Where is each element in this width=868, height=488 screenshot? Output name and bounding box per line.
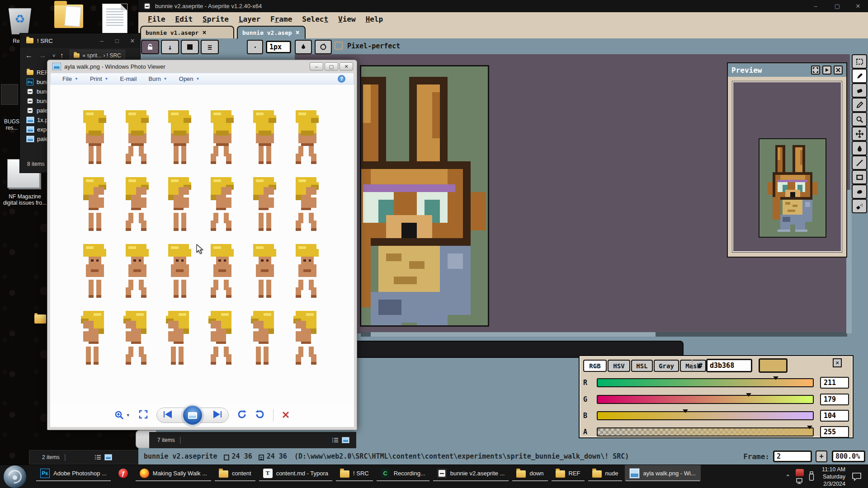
- menu-lines-button[interactable]: ≡: [201, 40, 219, 54]
- menu-frame[interactable]: Frame: [266, 14, 296, 25]
- ink-bottle-button[interactable]: [295, 40, 312, 54]
- horizontal-scrollbar-thumb[interactable]: [371, 332, 656, 337]
- slider-marker[interactable]: [683, 409, 688, 413]
- color-tab-rgb[interactable]: RGB: [583, 360, 607, 372]
- tray-clock[interactable]: 11:10 AM Saturday 2/3/2024: [822, 466, 845, 488]
- recycle-bin-icon[interactable]: [6, 3, 33, 34]
- pv-menu-e-mail[interactable]: E-mail: [120, 75, 137, 82]
- slider-value[interactable]: 255: [820, 426, 849, 438]
- photo-viewer-titlebar[interactable]: ayla walk.png - Windows Photo Viewer – ▢…: [47, 60, 357, 73]
- desktop-folder-icon[interactable]: [54, 5, 83, 28]
- ink-square-button[interactable]: [181, 40, 199, 54]
- folder-sliver-icon[interactable]: [34, 314, 46, 325]
- history-dropdown-icon[interactable]: ˅: [52, 53, 55, 58]
- help-icon[interactable]: ?: [338, 75, 345, 83]
- color-tab-hsl[interactable]: HSL: [631, 360, 653, 372]
- add-frame-button[interactable]: +: [816, 450, 827, 462]
- taskbar-item--src[interactable]: ! SRC: [335, 465, 374, 481]
- pv-menu-burn[interactable]: Burn▼: [148, 75, 167, 82]
- maximize-button[interactable]: ▢: [826, 3, 848, 9]
- line-tool[interactable]: [852, 155, 867, 170]
- taskbar-item-adobe-photoshop-[interactable]: PsAdobe Photoshop ...: [35, 465, 112, 481]
- slider-marker[interactable]: [746, 393, 751, 397]
- center-icon[interactable]: [811, 66, 820, 75]
- tray-app-icon[interactable]: [796, 469, 804, 476]
- taskbar-item-nude[interactable]: nude: [587, 465, 623, 481]
- taskbar-item-content-md-typora[interactable]: Tcontent.md - Typora: [258, 465, 333, 481]
- menu-select[interactable]: Select: [298, 14, 332, 25]
- rotate-ccw-icon[interactable]: [237, 409, 247, 421]
- tab-close-icon[interactable]: ×: [202, 28, 206, 37]
- back-icon[interactable]: ←: [25, 52, 33, 60]
- preview-viewport[interactable]: [732, 81, 842, 252]
- zoom-icon[interactable]: ▼: [114, 410, 130, 420]
- marquee-tool[interactable]: [852, 54, 867, 69]
- slider-value[interactable]: 211: [820, 377, 849, 389]
- horizontal-scrollbar[interactable]: [361, 332, 847, 337]
- taskbar-item-down[interactable]: down: [511, 465, 548, 481]
- start-button[interactable]: [4, 465, 26, 488]
- menu-sprite[interactable]: Sprite: [198, 14, 233, 25]
- pencil-tool[interactable]: [852, 69, 867, 83]
- taskbar-item-recording-[interactable]: CRecording...: [376, 465, 430, 481]
- prev-icon[interactable]: [162, 410, 173, 420]
- details-view-icon[interactable]: [95, 455, 101, 460]
- thumbnail-view-icon[interactable]: [105, 455, 112, 460]
- symmetry-button[interactable]: [315, 40, 332, 54]
- move-tool[interactable]: [852, 127, 867, 141]
- pv-menu-open[interactable]: Open▼: [179, 75, 200, 82]
- eyedropper-tool[interactable]: [852, 98, 867, 112]
- taskbar-item-making-sally-walk-[interactable]: Making Sally Walk ...: [135, 465, 212, 481]
- taskbar-item-flash[interactable]: ƒ: [113, 465, 133, 481]
- brush-size-input[interactable]: 1px: [266, 41, 291, 53]
- fit-icon[interactable]: [138, 409, 148, 421]
- taskbar-item-content[interactable]: content: [214, 465, 256, 481]
- close-button[interactable]: ✕: [848, 3, 868, 9]
- tray-chevron-icon[interactable]: ⌃: [785, 474, 790, 480]
- slider-value[interactable]: 104: [820, 410, 849, 422]
- tab-close-icon[interactable]: ×: [296, 28, 300, 37]
- frame-input[interactable]: 2: [773, 450, 812, 462]
- zoom-tool[interactable]: [852, 112, 867, 127]
- delete-icon[interactable]: ✕: [282, 409, 290, 421]
- slider-track[interactable]: [597, 427, 814, 436]
- hex-input[interactable]: d3b368: [706, 359, 752, 372]
- arrow-down-button[interactable]: ↓: [161, 40, 179, 54]
- rotate-cw-icon[interactable]: [255, 409, 265, 421]
- bugs-icon[interactable]: [1, 84, 18, 105]
- taskbar-item-ayla-walk-png-wi-[interactable]: ayla walk.png - Wi...: [625, 465, 700, 481]
- maximize-button[interactable]: ▢: [325, 62, 338, 70]
- slideshow-icon[interactable]: [182, 405, 203, 426]
- menu-help[interactable]: Help: [362, 14, 387, 25]
- minimize-button[interactable]: –: [805, 3, 826, 9]
- zoom-input[interactable]: 800.0%: [832, 450, 865, 462]
- maximize-button[interactable]: □: [109, 38, 125, 44]
- contour-tool[interactable]: [852, 184, 867, 199]
- pixel-perfect-checkbox[interactable]: [335, 42, 343, 50]
- thumbnail-view-icon[interactable]: [342, 437, 349, 443]
- next-icon[interactable]: [212, 410, 223, 420]
- up-icon[interactable]: ↑: [60, 52, 63, 60]
- tab-bunnie-v2-asep[interactable]: bunnie v2.asep×: [237, 26, 306, 39]
- preview-titlebar[interactable]: Preview: [728, 63, 846, 77]
- taskbar-item-ref[interactable]: REF: [551, 465, 585, 481]
- minimize-button[interactable]: –: [310, 62, 323, 70]
- pv-menu-print[interactable]: Print▼: [90, 75, 108, 82]
- forward-icon[interactable]: →: [39, 52, 46, 60]
- spray-tool[interactable]: [852, 199, 867, 213]
- bucket-tool[interactable]: [852, 141, 867, 155]
- explorer-titlebar[interactable]: ! SRC – □ ✕: [20, 33, 140, 48]
- color-swatch[interactable]: [759, 358, 788, 373]
- lock-button[interactable]: [141, 40, 159, 54]
- color-panel-close-icon[interactable]: ✕: [833, 358, 842, 367]
- action-center-icon[interactable]: [852, 472, 862, 481]
- network-icon[interactable]: [796, 478, 804, 484]
- close-icon[interactable]: [834, 66, 843, 75]
- slider-track[interactable]: [597, 378, 814, 387]
- brush-dot-button[interactable]: [247, 40, 263, 54]
- details-view-icon[interactable]: [332, 437, 339, 443]
- zoom-caret[interactable]: ▼: [126, 413, 130, 418]
- color-tab-gray[interactable]: Gray: [654, 360, 679, 372]
- slider-track[interactable]: [597, 395, 814, 404]
- desktop-document-icon[interactable]: [102, 4, 127, 33]
